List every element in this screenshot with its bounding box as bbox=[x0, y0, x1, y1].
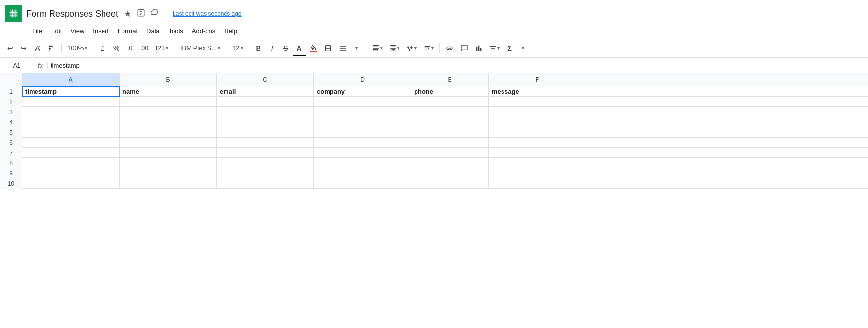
cell-C1[interactable]: email bbox=[217, 86, 314, 97]
cell-A1[interactable]: timestamp bbox=[22, 86, 120, 97]
cell-D5[interactable] bbox=[314, 127, 411, 138]
paint-format-button[interactable] bbox=[45, 42, 58, 54]
cell-F7[interactable] bbox=[489, 148, 586, 158]
cell-D9[interactable] bbox=[314, 168, 411, 178]
cell-B8[interactable] bbox=[120, 158, 217, 168]
row-number-4[interactable]: 4 bbox=[0, 117, 22, 127]
cell-D7[interactable] bbox=[314, 148, 411, 158]
row-number-10[interactable]: 10 bbox=[0, 178, 22, 189]
cell-A7[interactable] bbox=[22, 148, 120, 158]
cell-C4[interactable] bbox=[217, 117, 314, 127]
row-number-6[interactable]: 6 bbox=[0, 138, 22, 148]
cell-E7[interactable] bbox=[411, 148, 489, 158]
last-edit-text[interactable]: Last edit was seconds ago bbox=[173, 10, 241, 17]
cell-E9[interactable] bbox=[411, 168, 489, 178]
cell-C8[interactable] bbox=[217, 158, 314, 168]
col-header-a[interactable]: A bbox=[22, 73, 120, 86]
cell-A2[interactable] bbox=[22, 97, 120, 107]
cell-F10[interactable] bbox=[489, 178, 586, 189]
print-button[interactable]: 🖨 bbox=[31, 42, 44, 54]
drive-icon[interactable] bbox=[137, 8, 145, 19]
bold-button[interactable]: B bbox=[252, 42, 265, 54]
menu-format[interactable]: Format bbox=[114, 25, 141, 36]
cell-F8[interactable] bbox=[489, 158, 586, 168]
filter-button[interactable]: ▾ bbox=[486, 42, 503, 54]
cell-B7[interactable] bbox=[120, 148, 217, 158]
underline-button[interactable]: A bbox=[293, 42, 306, 54]
col-header-c[interactable]: C bbox=[217, 73, 314, 86]
borders-button[interactable] bbox=[321, 42, 335, 54]
menu-help[interactable]: Help bbox=[220, 25, 241, 36]
cell-D4[interactable] bbox=[314, 117, 411, 127]
cell-A10[interactable] bbox=[22, 178, 120, 189]
cell-E6[interactable] bbox=[411, 138, 489, 148]
menu-tools[interactable]: Tools bbox=[164, 25, 187, 36]
cell-D1[interactable]: company bbox=[314, 86, 411, 97]
redo-button[interactable]: ↪ bbox=[17, 42, 30, 54]
cell-E10[interactable] bbox=[411, 178, 489, 189]
cell-C5[interactable] bbox=[217, 127, 314, 138]
row-number-8[interactable]: 8 bbox=[0, 158, 22, 168]
cell-B5[interactable] bbox=[120, 127, 217, 138]
text-wrap-button[interactable]: ▾ bbox=[420, 42, 436, 54]
percent-button[interactable]: % bbox=[110, 42, 122, 54]
functions-button[interactable]: Σ bbox=[503, 42, 516, 54]
halign-button[interactable]: ▾ bbox=[369, 42, 385, 54]
row-number-2[interactable]: 2 bbox=[0, 97, 22, 107]
cell-E4[interactable] bbox=[411, 117, 489, 127]
cell-B9[interactable] bbox=[120, 168, 217, 178]
cell-B4[interactable] bbox=[120, 117, 217, 127]
cell-C6[interactable] bbox=[217, 138, 314, 148]
cell-F6[interactable] bbox=[489, 138, 586, 148]
menu-data[interactable]: Data bbox=[142, 25, 163, 36]
cell-D10[interactable] bbox=[314, 178, 411, 189]
menu-view[interactable]: View bbox=[67, 25, 88, 36]
menu-addons[interactable]: Add-ons bbox=[188, 25, 219, 36]
cell-C3[interactable] bbox=[217, 107, 314, 117]
cell-F1[interactable]: message bbox=[489, 86, 586, 97]
cell-A5[interactable] bbox=[22, 127, 120, 138]
undo-button[interactable]: ↩ bbox=[4, 42, 17, 54]
row-number-7[interactable]: 7 bbox=[0, 148, 22, 158]
functions-arrow[interactable]: ▾ bbox=[517, 42, 530, 54]
link-button[interactable] bbox=[443, 42, 456, 54]
cell-B3[interactable] bbox=[120, 107, 217, 117]
cell-D8[interactable] bbox=[314, 158, 411, 168]
merge-dropdown[interactable]: ▾ bbox=[350, 42, 363, 54]
text-rotation-button[interactable]: ▾ bbox=[403, 42, 419, 54]
valign-button[interactable]: ▾ bbox=[386, 42, 402, 54]
row-number-1[interactable]: 1 bbox=[0, 86, 22, 97]
cell-A3[interactable] bbox=[22, 107, 120, 117]
format-number-dropdown[interactable]: 123 ▾ bbox=[152, 42, 171, 54]
row-number-9[interactable]: 9 bbox=[0, 168, 22, 178]
cell-B10[interactable] bbox=[120, 178, 217, 189]
comment-button[interactable] bbox=[457, 42, 471, 54]
decimal-decrease[interactable]: .0 bbox=[123, 42, 136, 54]
menu-insert[interactable]: Insert bbox=[89, 25, 113, 36]
font-size-dropdown[interactable]: 12 ▾ bbox=[229, 42, 245, 54]
cell-D3[interactable] bbox=[314, 107, 411, 117]
col-header-b[interactable]: B bbox=[120, 73, 217, 86]
cell-A6[interactable] bbox=[22, 138, 120, 148]
currency-button[interactable]: £ bbox=[96, 42, 109, 54]
cell-F3[interactable] bbox=[489, 107, 586, 117]
cell-A4[interactable] bbox=[22, 117, 120, 127]
cloud-icon[interactable] bbox=[150, 8, 159, 19]
merge-cells-button[interactable] bbox=[336, 42, 349, 54]
cell-B1[interactable]: name bbox=[120, 86, 217, 97]
cell-F9[interactable] bbox=[489, 168, 586, 178]
menu-file[interactable]: File bbox=[28, 25, 46, 36]
fill-color-button[interactable] bbox=[307, 42, 320, 54]
italic-button[interactable]: I bbox=[266, 42, 278, 54]
cell-E8[interactable] bbox=[411, 158, 489, 168]
zoom-dropdown[interactable]: 100% ▾ bbox=[65, 42, 90, 54]
cell-E2[interactable] bbox=[411, 97, 489, 107]
cell-C7[interactable] bbox=[217, 148, 314, 158]
cell-C10[interactable] bbox=[217, 178, 314, 189]
cell-D2[interactable] bbox=[314, 97, 411, 107]
cell-F2[interactable] bbox=[489, 97, 586, 107]
font-family-dropdown[interactable]: IBM Plex S... ▾ bbox=[177, 42, 223, 54]
decimal-increase[interactable]: .00 bbox=[137, 42, 151, 54]
cell-B2[interactable] bbox=[120, 97, 217, 107]
cell-F4[interactable] bbox=[489, 117, 586, 127]
